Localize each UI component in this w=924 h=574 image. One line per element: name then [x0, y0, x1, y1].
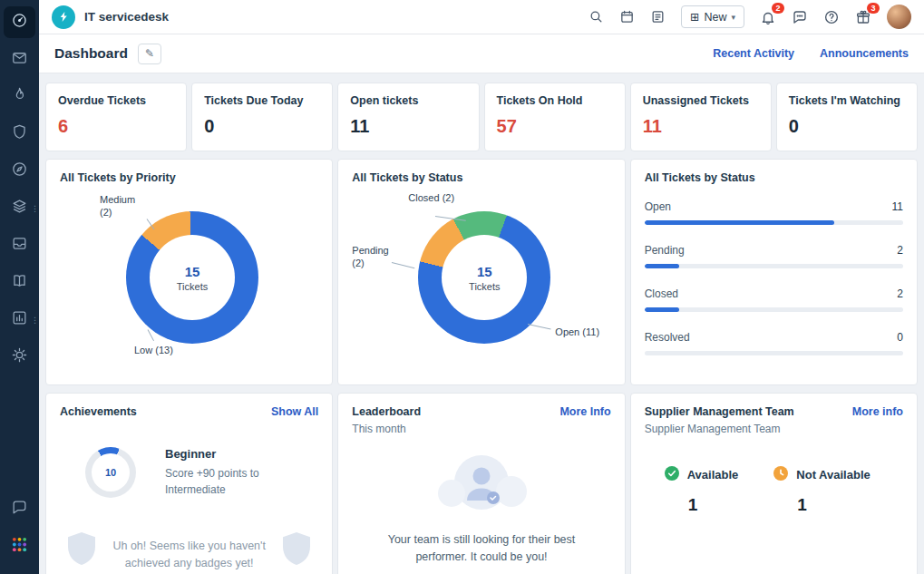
bar-row-pending[interactable]: Pending 2	[645, 244, 903, 268]
bar-track	[645, 307, 903, 312]
sidebar-item-chat[interactable]	[4, 493, 35, 525]
help-icon[interactable]	[823, 9, 840, 25]
bar-track	[645, 264, 903, 268]
panel-title: All Tickets by Status	[645, 171, 903, 184]
chat-bubble-icon	[11, 499, 28, 520]
envelope-icon	[11, 49, 28, 70]
edit-dashboard-button[interactable]: ✎	[138, 44, 161, 64]
sidebar-item-analytics[interactable]: ⋮	[4, 304, 35, 336]
calendar-icon[interactable]	[619, 9, 635, 24]
stat-card-open[interactable]: Open tickets 11	[337, 83, 479, 151]
stat-label: Unassigned Tickets	[643, 94, 759, 107]
more-info-link[interactable]: More Info	[559, 405, 610, 418]
points-gauge: 10	[85, 447, 136, 498]
available-column: Available 1	[665, 466, 774, 515]
sidebar-item-admin[interactable]	[4, 341, 35, 373]
topbar-actions: ⊞ New ▾ 2 3	[588, 5, 911, 29]
user-avatar[interactable]	[887, 5, 911, 29]
stat-card-unassigned[interactable]: Unassigned Tickets 11	[630, 83, 772, 151]
stat-label: Tickets On Hold	[497, 94, 613, 107]
sidebar-item-purchase[interactable]	[4, 229, 35, 261]
stat-label: Tickets I'm Watching	[789, 94, 905, 107]
points-value: 10	[85, 447, 136, 498]
stat-label: Open tickets	[350, 94, 466, 107]
sidebar-item-assets[interactable]: ⋮	[4, 192, 35, 224]
new-button[interactable]: ⊞ New ▾	[681, 5, 744, 28]
bar-label: Pending	[645, 244, 685, 257]
sidebar-item-incidents[interactable]	[4, 81, 35, 112]
show-all-link[interactable]: Show All	[271, 405, 318, 418]
bar-fill	[645, 307, 679, 312]
sidebar-item-inbox[interactable]	[4, 44, 35, 75]
stats-row: Overdue Tickets 6 Tickets Due Today 0 Op…	[45, 83, 918, 151]
overflow-dots-icon[interactable]: ⋮	[31, 316, 39, 324]
sidebar-item-freshworks-switcher[interactable]	[4, 530, 35, 562]
bar-chart-icon	[11, 309, 28, 330]
segment-label-closed: Closed (2)	[408, 191, 457, 204]
donut-total: 15	[185, 264, 200, 279]
no-badges-line1: Uh oh! Seems like you haven't	[112, 540, 265, 552]
status-bar-list: Open 11 Pending 2 Closed 2	[645, 200, 903, 355]
overflow-dots-icon[interactable]: ⋮	[31, 204, 39, 212]
available-label: Available	[687, 468, 739, 482]
empty-badges: Uh oh! Seems like you haven't achieved a…	[60, 530, 318, 572]
stat-value: 11	[350, 116, 466, 137]
level-label: Beginner	[165, 447, 259, 461]
donut-center: 15 Tickets	[126, 211, 258, 344]
chevron-down-icon: ▾	[731, 13, 735, 22]
plus-square-icon: ⊞	[690, 10, 699, 24]
layers-icon	[11, 198, 28, 219]
app-logo[interactable]	[52, 5, 75, 29]
todo-note-icon[interactable]	[650, 9, 666, 24]
more-info-link[interactable]: More info	[852, 405, 903, 418]
score-text-line1: Score +90 points to	[165, 467, 259, 480]
bar-value: 11	[892, 200, 903, 213]
stat-card-on-hold[interactable]: Tickets On Hold 57	[484, 83, 626, 151]
sidebar-item-security[interactable]	[4, 118, 35, 150]
panel-leaderboard: Leaderboard This month More Info Your te…	[337, 393, 625, 574]
announcements-link[interactable]: Announcements	[820, 47, 909, 60]
bar-value: 2	[897, 244, 903, 257]
bar-row-resolved[interactable]: Resolved 0	[645, 331, 903, 355]
bell-badge: 2	[772, 3, 784, 14]
bar-row-open[interactable]: Open 11	[645, 200, 903, 225]
stat-value: 6	[58, 116, 174, 137]
panel-tickets-by-priority: All Tickets by Priority 15 Tickets Mediu…	[45, 159, 333, 385]
no-badges-line2: achieved any badges yet!	[125, 557, 254, 569]
score-text-line2: Intermediate	[165, 483, 226, 496]
gear-icon	[11, 346, 28, 367]
dashboard-content: Overdue Tickets 6 Tickets Due Today 0 Op…	[39, 73, 924, 574]
segment-label-low: Low (13)	[134, 344, 183, 356]
stat-card-due-today[interactable]: Tickets Due Today 0	[191, 83, 333, 151]
bar-row-closed[interactable]: Closed 2	[645, 287, 903, 312]
stat-card-watching[interactable]: Tickets I'm Watching 0	[776, 83, 918, 151]
header-links: Recent Activity Announcements	[713, 47, 909, 60]
notifications-bell-icon[interactable]: 2	[760, 9, 776, 25]
new-button-label: New	[704, 11, 726, 24]
whats-new-gift-icon[interactable]: 3	[855, 9, 871, 25]
sidebar-item-knowledge[interactable]	[4, 267, 35, 298]
chat-support-icon[interactable]	[792, 9, 808, 25]
available-check-icon	[665, 466, 679, 483]
gift-badge: 3	[867, 3, 880, 14]
not-available-column: Not Available 1	[773, 466, 883, 515]
stat-card-overdue[interactable]: Overdue Tickets 6	[45, 83, 187, 151]
recent-activity-link[interactable]: Recent Activity	[713, 47, 794, 60]
search-icon[interactable]	[588, 9, 604, 24]
panel-title: All Tickets by Priority	[60, 171, 318, 184]
leaderboard-empty-illustration	[352, 448, 610, 526]
app-title: IT servicedesk	[84, 10, 169, 24]
stat-value: 57	[497, 116, 613, 137]
sidebar-item-dashboard[interactable]	[4, 6, 35, 38]
panel-supplier-team: Supplier Management Team Supplier Manage…	[630, 393, 918, 574]
panel-achievements: Achievements Show All 10 Beginner Score …	[45, 393, 333, 574]
sidebar-item-explore[interactable]	[4, 155, 35, 187]
bar-value: 2	[897, 287, 903, 300]
donut-total: 15	[477, 264, 492, 279]
sidebar: ⋮ ⋮	[0, 0, 39, 574]
bar-label: Closed	[645, 287, 678, 300]
stat-label: Tickets Due Today	[204, 94, 320, 107]
status-donut-chart: 15 Tickets Closed (2) Pending (2) Open (…	[352, 191, 610, 377]
bar-label: Resolved	[645, 331, 690, 344]
donut-total-label: Tickets	[177, 281, 208, 292]
